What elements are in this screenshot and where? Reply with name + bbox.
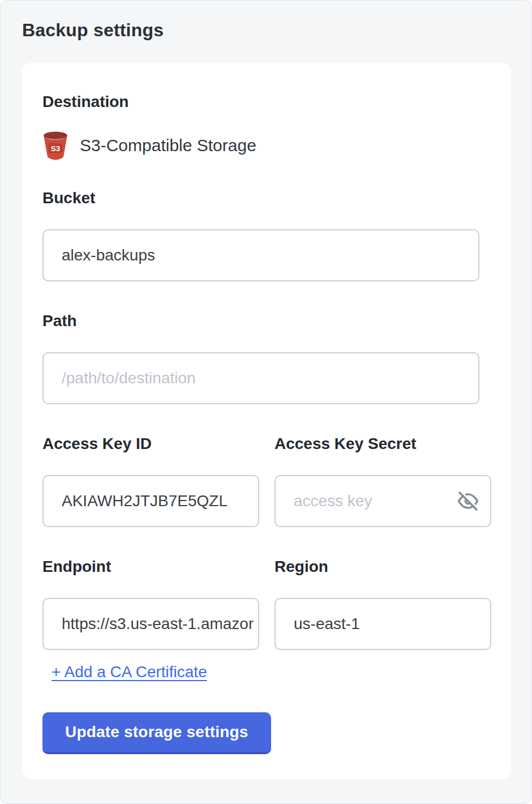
region-label: Region	[274, 557, 491, 576]
update-storage-settings-button[interactable]: Update storage settings	[42, 712, 271, 754]
add-ca-certificate-link[interactable]: + Add a CA Certificate	[52, 662, 207, 682]
endpoint-region-inputs-row	[42, 598, 491, 650]
endpoint-input[interactable]	[42, 598, 259, 650]
path-label: Path	[42, 311, 491, 331]
backup-settings-card: Destination S3 S3-Compatible Storage Buc…	[22, 63, 511, 779]
endpoint-region-labels-row: Endpoint Region	[42, 557, 491, 576]
svg-text:S3: S3	[51, 144, 61, 153]
page-title: Backup settings	[22, 19, 510, 41]
access-key-id-input[interactable]	[42, 475, 259, 527]
access-key-inputs-row	[42, 475, 491, 527]
bucket-input[interactable]	[42, 229, 479, 281]
endpoint-label: Endpoint	[42, 557, 259, 576]
bucket-label: Bucket	[42, 189, 491, 208]
access-key-id-label: Access Key ID	[42, 434, 259, 454]
path-input[interactable]	[42, 352, 479, 404]
access-key-secret-label: Access Key Secret	[274, 434, 491, 454]
destination-value: S3-Compatible Storage	[80, 135, 256, 156]
access-key-labels-row: Access Key ID Access Key Secret	[42, 434, 491, 454]
destination-row: S3 S3-Compatible Storage	[42, 130, 491, 161]
destination-label: Destination	[42, 92, 491, 112]
backup-settings-page: Backup settings Destination S3 S3-Compat…	[0, 0, 532, 804]
region-input[interactable]	[274, 598, 491, 650]
s3-bucket-icon: S3	[42, 131, 68, 160]
eye-off-icon[interactable]	[457, 490, 479, 512]
